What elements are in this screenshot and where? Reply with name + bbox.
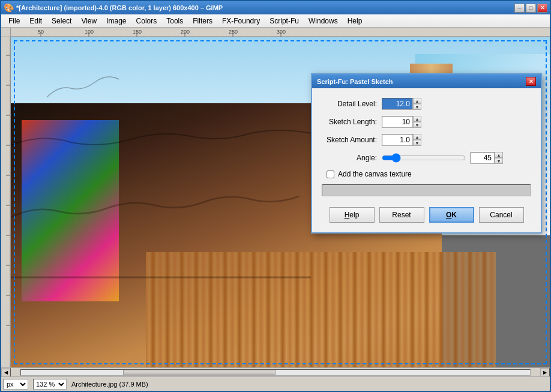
- script-fu-dialog: Script-Fu: Pastel Sketch ✕ Detail Level:…: [311, 73, 542, 234]
- scroll-left-button[interactable]: ◀: [1, 368, 11, 377]
- angle-row: Angle: ▲ ▼: [322, 152, 531, 164]
- menu-script-fu[interactable]: Script-Fu: [265, 16, 304, 26]
- maximize-button[interactable]: □: [526, 4, 536, 13]
- scroll-track-h[interactable]: [20, 369, 531, 376]
- horizontal-scrollbar: ◀ ▶: [1, 367, 550, 376]
- sketch-amount-input[interactable]: [382, 134, 413, 146]
- menu-edit[interactable]: Edit: [25, 16, 47, 26]
- sketch-amount-down[interactable]: ▼: [413, 140, 421, 146]
- menu-file[interactable]: File: [4, 16, 25, 26]
- status-bar: px % mm 132 % 100 % 50 % Architecture.jp…: [1, 376, 550, 391]
- detail-level-up[interactable]: ▲: [413, 98, 421, 104]
- detail-level-down[interactable]: ▼: [413, 104, 421, 110]
- sketch-length-label: Sketch Length:: [322, 118, 382, 126]
- scroll-right-button[interactable]: ▶: [540, 368, 550, 377]
- title-bar-controls: ─ □ ✕: [514, 4, 547, 13]
- close-button[interactable]: ✕: [537, 4, 547, 13]
- minimize-button[interactable]: ─: [514, 4, 525, 13]
- angle-value-input[interactable]: [471, 152, 495, 164]
- sketch-length-row: Sketch Length: ▲ ▼: [322, 116, 531, 128]
- angle-spinner: ▲ ▼: [495, 152, 503, 164]
- zoom-control: 132 % 100 % 50 %: [33, 379, 67, 390]
- window-title: *[Architecture] (imported)-4.0 (RGB colo…: [16, 4, 223, 11]
- svg-text:150: 150: [133, 29, 142, 35]
- detail-level-label: Detail Level:: [322, 100, 382, 108]
- scroll-thumb-h[interactable]: [123, 370, 276, 375]
- angle-label: Angle:: [322, 154, 382, 162]
- dialog-title-text: Script-Fu: Pastel Sketch: [317, 78, 393, 85]
- angle-slider[interactable]: [382, 153, 466, 163]
- menu-select[interactable]: Select: [47, 16, 76, 26]
- dialog-close-button[interactable]: ✕: [526, 77, 536, 86]
- canvas-texture-label: Add the canvas texture: [338, 170, 412, 178]
- canvas-viewport: Script-Fu: Pastel Sketch ✕ Detail Level:…: [11, 37, 550, 367]
- svg-text:300: 300: [277, 29, 286, 35]
- menu-windows[interactable]: Windows: [304, 16, 343, 26]
- angle-down[interactable]: ▼: [495, 158, 503, 164]
- menu-colors[interactable]: Colors: [131, 16, 162, 26]
- sketch-amount-label: Sketch Amount:: [322, 136, 382, 144]
- ok-button[interactable]: OK: [429, 207, 474, 223]
- menu-view[interactable]: View: [76, 16, 101, 26]
- dialog-title-bar: Script-Fu: Pastel Sketch ✕: [312, 74, 541, 88]
- detail-level-row: Detail Level: ▲ ▼: [322, 98, 531, 110]
- angle-up[interactable]: ▲: [495, 152, 503, 158]
- cancel-button[interactable]: Cancel: [479, 207, 524, 223]
- detail-level-input[interactable]: [382, 98, 413, 110]
- detail-level-input-group: ▲ ▼: [382, 98, 421, 110]
- title-bar: 🎨 *[Architecture] (imported)-4.0 (RGB co…: [1, 1, 550, 14]
- unit-selector[interactable]: px % mm: [4, 379, 28, 390]
- svg-text:200: 200: [181, 29, 190, 35]
- menu-tools[interactable]: Tools: [161, 16, 188, 26]
- zoom-selector[interactable]: 132 % 100 % 50 %: [33, 379, 67, 390]
- svg-text:250: 250: [229, 29, 238, 35]
- file-info: Architecture.jpg (37.9 MB): [71, 381, 148, 388]
- sketch-amount-input-group: ▲ ▼: [382, 134, 421, 146]
- ruler-top: 50 100 150 200 250 300: [11, 28, 550, 37]
- help-button[interactable]: Help: [330, 207, 375, 223]
- canvas-texture-checkbox[interactable]: [327, 170, 334, 178]
- menu-bar: File Edit Select View Image Colors Tools…: [1, 14, 550, 28]
- main-window: 🎨 *[Architecture] (imported)-4.0 (RGB co…: [0, 0, 551, 392]
- reset-button[interactable]: Reset: [379, 207, 424, 223]
- menu-fx-foundry[interactable]: FX-Foundry: [217, 16, 265, 26]
- svg-text:50: 50: [38, 29, 44, 35]
- sketch-length-input[interactable]: [382, 116, 413, 128]
- angle-value-group: ▲ ▼: [471, 152, 503, 164]
- menu-image[interactable]: Image: [101, 16, 131, 26]
- sketch-length-up[interactable]: ▲: [413, 116, 421, 122]
- dialog-buttons: Help Reset OK Cancel: [322, 205, 531, 223]
- menu-help[interactable]: Help: [343, 16, 367, 26]
- sketch-amount-up[interactable]: ▲: [413, 134, 421, 140]
- detail-level-spinner: ▲ ▼: [413, 98, 421, 110]
- progress-bar-container: [322, 184, 531, 196]
- svg-text:100: 100: [85, 29, 94, 35]
- ruler-left: [1, 37, 11, 367]
- canvas-texture-row: Add the canvas texture: [322, 170, 531, 178]
- menu-filters[interactable]: Filters: [188, 16, 217, 26]
- app-icon: 🎨: [4, 3, 14, 13]
- ruler-corner: [1, 28, 11, 37]
- sketch-length-input-group: ▲ ▼: [382, 116, 421, 128]
- sketch-length-spinner: ▲ ▼: [413, 116, 421, 128]
- dialog-body: Detail Level: ▲ ▼ Sketch Lengt: [312, 88, 541, 232]
- sketch-length-down[interactable]: ▼: [413, 122, 421, 128]
- sketch-amount-row: Sketch Amount: ▲ ▼: [322, 134, 531, 146]
- sketch-amount-spinner: ▲ ▼: [413, 134, 421, 146]
